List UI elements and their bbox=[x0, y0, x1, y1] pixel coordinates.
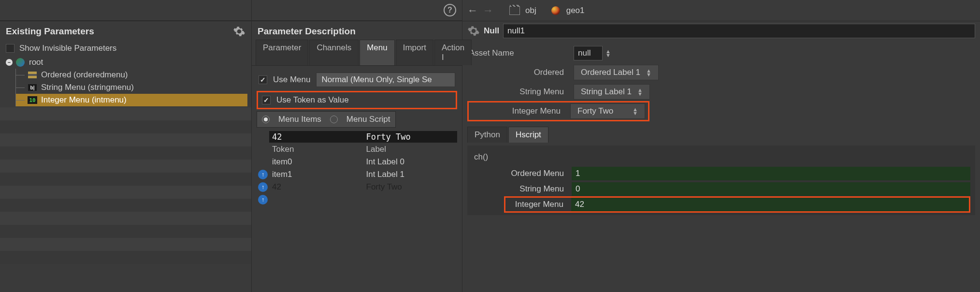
null-node-icon bbox=[467, 25, 480, 37]
path-navbar: ← → obj geo1 bbox=[462, 0, 980, 21]
tree-item-integer[interactable]: 10 Integer Menu (intmenu) bbox=[15, 94, 247, 106]
result-label: String Menu bbox=[472, 184, 572, 194]
chevron-updown-icon: ▲▼ bbox=[637, 88, 643, 96]
menu-table-header: Token Label bbox=[257, 143, 457, 156]
label-cell: Int Label 0 bbox=[363, 156, 458, 168]
result-label: Integer Menu bbox=[505, 200, 571, 209]
menu-item-add-row[interactable]: ↑ bbox=[257, 193, 457, 206]
gear-icon[interactable] bbox=[233, 25, 245, 38]
nav-forward-icon[interactable]: → bbox=[483, 4, 493, 17]
asset-name-value[interactable]: null bbox=[574, 46, 603, 60]
result-value: 1 bbox=[572, 167, 970, 180]
stepper-icon[interactable]: ▲▼ bbox=[605, 49, 611, 57]
dropdown-value: Ordered Label 1 bbox=[581, 68, 640, 77]
help-icon[interactable]: ? bbox=[444, 4, 456, 16]
nav-back-icon[interactable]: ← bbox=[467, 4, 478, 17]
string-icon: b| bbox=[28, 84, 37, 91]
param-desc-title: Parameter Description bbox=[258, 26, 456, 37]
param-label: Ordered bbox=[467, 68, 574, 77]
chevron-updown-icon: ▲▼ bbox=[633, 107, 638, 115]
param-label: String Menu bbox=[467, 87, 574, 97]
integer-result-highlight: Integer Menu 42 bbox=[504, 196, 970, 213]
tab-channels[interactable]: Channels bbox=[309, 40, 359, 65]
node-header: Null bbox=[462, 21, 980, 41]
use-menu-checkbox[interactable] bbox=[259, 75, 267, 84]
token-cell: 42 bbox=[269, 181, 363, 193]
intmenu-highlight: Integer Menu Forty Two ▲▼ bbox=[467, 101, 649, 121]
result-ordered-row: Ordered Menu 1 bbox=[472, 166, 970, 181]
show-invisible-checkbox[interactable] bbox=[6, 44, 14, 53]
token-input[interactable]: 42 bbox=[269, 131, 363, 143]
show-invisible-row[interactable]: Show Invisible Parameters bbox=[0, 42, 251, 55]
param-stringmenu-dropdown[interactable]: String Label 1 ▲▼ bbox=[574, 84, 650, 100]
geo-node-icon bbox=[551, 6, 560, 15]
param-ordered-dropdown[interactable]: Ordered Label 1 ▲▼ bbox=[574, 65, 659, 80]
token-column-header: Token bbox=[269, 144, 363, 155]
label-input[interactable]: Forty Two bbox=[363, 131, 458, 143]
show-invisible-label: Show Invisible Parameters bbox=[19, 44, 116, 53]
menu-item-row[interactable]: item0 Int Label 0 bbox=[257, 156, 457, 168]
existing-parameters-panel: Existing Parameters Show Invisible Param… bbox=[0, 0, 252, 292]
integer-icon: 10 bbox=[28, 96, 37, 104]
use-menu-label: Use Menu bbox=[273, 75, 310, 85]
tree-empty-stripes bbox=[0, 107, 251, 264]
root-label: root bbox=[29, 58, 43, 67]
breadcrumb-obj[interactable]: obj bbox=[525, 6, 536, 15]
menu-item-edit-row: 42 Forty Two bbox=[257, 131, 457, 143]
menu-item-row[interactable]: ↑ item1 Int Label 1 bbox=[257, 168, 457, 181]
tab-python[interactable]: Python bbox=[467, 127, 507, 143]
script-tabs: Python Hscript bbox=[462, 124, 980, 143]
tree-item-string[interactable]: b| String Menu (stringmenu) bbox=[15, 81, 247, 94]
dropdown-value: String Label 1 bbox=[581, 87, 632, 97]
node-type-label: Null bbox=[484, 26, 499, 36]
menu-items-radio-label: Menu Items bbox=[278, 115, 321, 124]
tab-import[interactable]: Import bbox=[396, 40, 433, 65]
label-column-header: Label bbox=[363, 144, 458, 155]
result-label: Ordered Menu bbox=[472, 169, 572, 178]
tree-root[interactable]: − root bbox=[4, 56, 247, 69]
tab-hscript[interactable]: Hscript bbox=[508, 127, 548, 143]
ordered-icon bbox=[28, 72, 37, 78]
param-stringmenu-row: String Menu String Label 1 ▲▼ bbox=[467, 82, 980, 102]
asset-name-label: Asset Name bbox=[467, 48, 574, 58]
token-cell: item0 bbox=[269, 156, 363, 168]
param-intmenu-dropdown[interactable]: Forty Two ▲▼ bbox=[570, 103, 645, 119]
param-label: Integer Menu bbox=[472, 106, 570, 116]
tab-action[interactable]: Action I bbox=[434, 40, 472, 65]
menu-item-row-selected[interactable]: ↑ 42 Forty Two bbox=[257, 181, 457, 193]
menu-script-radio[interactable] bbox=[330, 116, 338, 123]
use-token-highlight: Use Token as Value bbox=[257, 91, 457, 109]
row-arrow-icon[interactable]: ↑ bbox=[258, 170, 268, 179]
row-arrow-icon[interactable]: ↑ bbox=[258, 182, 268, 192]
param-ordered-row: Ordered Ordered Label 1 ▲▼ bbox=[467, 63, 980, 82]
left-topbar bbox=[0, 0, 251, 21]
result-value: 0 bbox=[572, 182, 970, 196]
parameter-description-panel: ? Parameter Description Parameter Channe… bbox=[252, 0, 462, 292]
collapse-icon[interactable]: − bbox=[6, 59, 13, 66]
result-string-row: String Menu 0 bbox=[472, 181, 970, 197]
menu-items-radio[interactable] bbox=[262, 116, 270, 123]
dropdown-value: Forty Two bbox=[577, 106, 613, 116]
existing-params-title: Existing Parameters bbox=[6, 26, 94, 37]
tab-parameter[interactable]: Parameter bbox=[256, 40, 308, 65]
node-name-input[interactable] bbox=[503, 24, 975, 38]
menu-source-radio-group: Menu Items Menu Script bbox=[257, 111, 396, 128]
tree-item-label: Integer Menu (intmenu) bbox=[41, 95, 127, 105]
parameter-pane: ← → obj geo1 Null Asset Name null ▲▼ Ord… bbox=[462, 0, 980, 292]
breadcrumb-geo[interactable]: geo1 bbox=[566, 6, 585, 15]
label-cell: Int Label 1 bbox=[363, 169, 458, 180]
label-cell: Forty Two bbox=[363, 181, 458, 193]
asset-name-row: Asset Name null ▲▼ bbox=[467, 44, 980, 63]
menu-mode-dropdown[interactable]: Normal (Menu Only, Single Se bbox=[316, 73, 455, 87]
tree-item-ordered[interactable]: Ordered (orderedmenu) bbox=[15, 69, 247, 81]
token-cell: item1 bbox=[269, 169, 363, 180]
tab-menu[interactable]: Menu bbox=[360, 40, 395, 65]
use-token-checkbox[interactable] bbox=[262, 96, 271, 104]
parameter-tree: − root Ordered (orderedmenu) b| String M… bbox=[0, 55, 251, 107]
globe-icon bbox=[16, 58, 25, 67]
script-results-panel: ch() Ordered Menu 1 String Menu 0 Intege… bbox=[467, 146, 975, 215]
param-grid: Asset Name null ▲▼ Ordered Ordered Label… bbox=[462, 41, 980, 124]
row-arrow-icon[interactable]: ↑ bbox=[258, 195, 268, 204]
result-integer-row: Integer Menu 42 bbox=[472, 197, 970, 212]
param-intmenu-row: Integer Menu Forty Two ▲▼ bbox=[467, 102, 980, 121]
